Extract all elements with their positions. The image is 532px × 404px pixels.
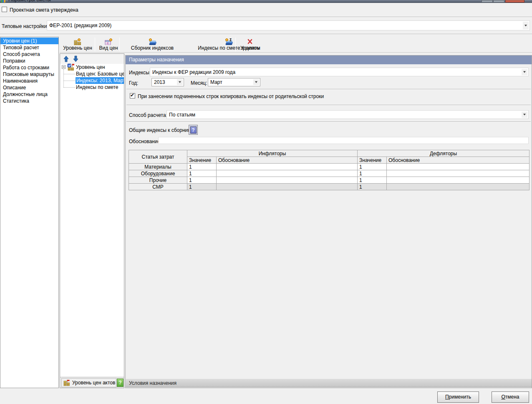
chevron-down-icon[interactable] — [177, 79, 183, 85]
def-just-cell[interactable] — [387, 177, 529, 184]
cancel-button[interactable]: Отмена — [492, 391, 529, 403]
calc-method-combobox[interactable]: По статьям — [166, 110, 529, 119]
price-view-button[interactable]: Вид цен — [96, 38, 121, 52]
def-value-cell[interactable]: 1 — [358, 170, 387, 177]
sidebar-item-typical-calc[interactable]: Типовой расчет — [0, 44, 58, 51]
tree-connector — [63, 87, 75, 88]
acts-price-level-label: Уровень цен актов — [72, 380, 115, 386]
panel-header: Параметры назначения — [126, 56, 532, 64]
def-value-cell[interactable]: 1 — [358, 177, 387, 184]
minimize-button[interactable] — [482, 0, 493, 3]
col-header-def-value: Значение — [358, 157, 387, 164]
window-titlebar: Параметры сметы — [0, 0, 532, 3]
chevron-down-icon[interactable] — [253, 79, 259, 85]
month-combobox[interactable]: Март — [208, 78, 260, 86]
move-up-button[interactable] — [63, 56, 69, 62]
sidebar-item-description[interactable]: Описание — [0, 84, 58, 91]
toolbar-button-label: Вид цен — [99, 45, 118, 51]
row-name: Оборудование — [129, 170, 187, 177]
window-title: Параметры сметы — [8, 0, 51, 3]
price-level-tree-panel: Уровень цен Вид цен: Базовые цены Индекс… — [60, 53, 124, 388]
tree-node-price-level[interactable]: Уровень цен — [76, 64, 105, 71]
assignment-parameters-panel: Параметры назначения Индексы: Индексы к … — [125, 55, 532, 388]
indexes-label: Индексы: — [129, 70, 151, 76]
chevron-down-icon[interactable] — [523, 22, 529, 29]
def-value-cell[interactable]: 1 — [358, 164, 387, 170]
justification-input[interactable] — [158, 137, 529, 144]
svg-text:Σ: Σ — [229, 38, 232, 42]
inf-value-cell[interactable]: 1 — [187, 177, 217, 184]
def-just-cell[interactable] — [387, 164, 529, 170]
inf-just-cell — [217, 184, 358, 190]
copy-indexes-checkbox[interactable]: ✔ — [130, 93, 135, 98]
year-label: Год: — [129, 80, 138, 86]
apply-button[interactable]: Применить — [437, 391, 479, 403]
calc-method-value: По статьям — [169, 112, 528, 118]
row-name: Прочие — [129, 177, 187, 184]
tree-bottom-bar: Уровень цен актов ? — [60, 377, 124, 388]
inf-value-cell[interactable]: 1 — [187, 164, 217, 170]
index-collection-icon — [148, 38, 157, 45]
toolbar-button-label: Уровень цен — [63, 45, 92, 51]
common-indexes-label: Общие индексы к сборнику — [129, 127, 193, 133]
approved-checkbox[interactable] — [2, 7, 7, 12]
col-header-def-just: Обоснование — [387, 157, 529, 164]
chevron-down-icon[interactable] — [522, 111, 527, 118]
price-level-button[interactable]: Уровень цен — [61, 38, 94, 52]
inf-just-cell[interactable] — [217, 170, 358, 177]
chevron-down-icon[interactable] — [522, 69, 527, 75]
tree-node-indexes-selected[interactable]: Индексы: 2013, Март, — [76, 77, 124, 84]
acts-price-level-button[interactable]: Уровень цен актов — [61, 378, 116, 387]
index-sigma-icon: Σ — [224, 38, 234, 45]
sidebar-item-names[interactable]: Наименования — [0, 78, 58, 84]
copy-indexes-label: При занесении подчиненных строк копирова… — [138, 93, 324, 99]
tree-toolbar — [60, 54, 124, 64]
col-group-deflators: Дефляторы — [358, 150, 529, 157]
col-header-item: Статья затрат — [129, 150, 187, 164]
template-combobox[interactable]: ФЕР-2001 (редакция 2009) — [47, 20, 530, 30]
divider — [0, 34, 532, 35]
divider — [126, 121, 531, 122]
move-down-button[interactable] — [73, 56, 79, 62]
sidebar-item-calc-method[interactable]: Способ расчета — [0, 51, 58, 58]
row-name: СМР — [129, 184, 187, 190]
tree-expander[interactable] — [62, 65, 66, 69]
common-indexes-help-button[interactable]: ? — [189, 125, 198, 135]
delete-icon — [247, 38, 253, 45]
inf-value-cell[interactable]: 1 — [187, 170, 217, 177]
inflators-deflators-table: Статья затрат Инфляторы Дефляторы Значен… — [129, 150, 529, 190]
toolbar-separator — [119, 38, 120, 51]
divider — [126, 105, 531, 106]
col-header-inf-value: Значение — [187, 157, 217, 164]
tree-connector — [63, 74, 75, 74]
def-just-cell[interactable] — [387, 170, 529, 177]
toolbar-separator — [95, 38, 95, 51]
close-button[interactable] — [505, 0, 524, 3]
indexes-value: Индексы к ФЕР редакции 2009 года — [152, 69, 528, 75]
question-mark-icon: ? — [190, 126, 197, 134]
col-header-inf-just: Обоснование — [217, 157, 358, 164]
tree-node-price-kind[interactable]: Вид цен: Базовые цены — [76, 71, 124, 77]
sidebar-item-row-operations[interactable]: Работа со строками — [0, 64, 58, 71]
help-button-green[interactable]: ? — [117, 379, 124, 387]
year-combobox[interactable]: 2013 — [151, 78, 184, 86]
month-value: Март — [210, 79, 260, 85]
index-collection-button[interactable]: Сборник индексов — [121, 38, 184, 52]
price-level-toolbar: Уровень цен Вид цен Сборник индексов — [60, 37, 532, 53]
justification-label: Обоснование: — [129, 139, 161, 144]
sidebar-item-officials[interactable]: Должностные лица — [0, 91, 58, 98]
delete-button[interactable]: Удалить — [237, 38, 262, 52]
inf-just-cell[interactable] — [217, 177, 358, 184]
tree-node-indexes-estimate[interactable]: Индексы по смете — [76, 84, 118, 91]
indexes-combobox[interactable]: Индексы к ФЕР редакции 2009 года — [150, 68, 529, 76]
maximize-button[interactable] — [493, 0, 504, 3]
row-name: Материалы — [129, 164, 187, 170]
settings-category-list: Уровни цен (1) Типовой расчет Способ рас… — [0, 37, 59, 388]
sidebar-item-price-levels[interactable]: Уровни цен (1) — [0, 38, 58, 44]
month-label: Месяц: — [191, 80, 207, 86]
sidebar-item-statistics[interactable]: Статистика — [0, 98, 58, 104]
inf-just-cell[interactable] — [217, 164, 358, 170]
sidebar-item-corrections[interactable]: Поправки — [0, 58, 58, 64]
assignment-conditions-bar[interactable]: Условия назначения — [126, 379, 532, 387]
sidebar-item-search-routes[interactable]: Поисковые маршруты — [0, 71, 58, 78]
